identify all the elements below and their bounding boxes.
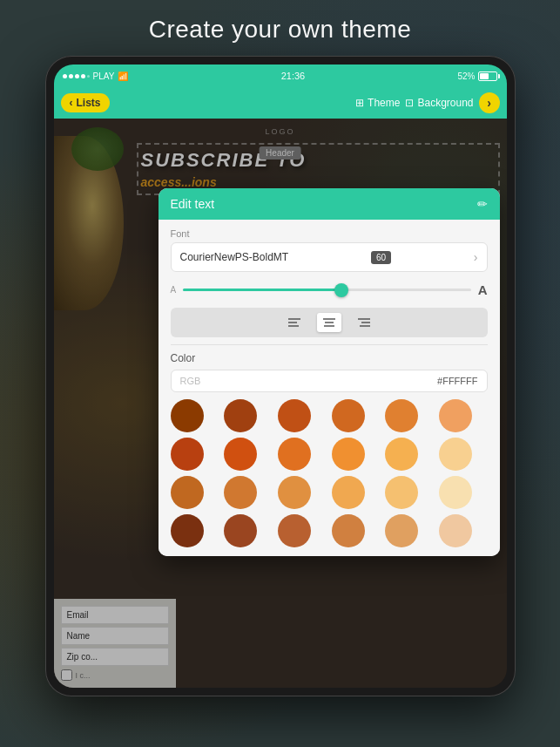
color-swatch-16[interactable]: [385, 476, 418, 509]
carrier-label: PLAY: [93, 71, 115, 81]
toolbar: ‹ Lists ⊞ Theme ⊡ Background ›: [54, 87, 507, 119]
color-swatch-18[interactable]: [171, 514, 204, 547]
color-swatch-3[interactable]: [332, 399, 365, 432]
color-swatch-22[interactable]: [385, 514, 418, 547]
alignment-buttons: [171, 308, 488, 337]
slider-min-label: A: [171, 285, 177, 295]
color-swatch-10[interactable]: [385, 438, 418, 471]
color-swatch-15[interactable]: [332, 476, 365, 509]
theme-button[interactable]: ⊞ Theme: [355, 97, 400, 109]
battery-icon: [478, 71, 497, 81]
color-section-label: Color: [171, 352, 488, 364]
color-swatch-17[interactable]: [439, 476, 472, 509]
color-swatch-7[interactable]: [224, 438, 257, 471]
color-swatch-23[interactable]: [439, 514, 472, 547]
clock: 21:36: [281, 71, 306, 81]
grid-icon: ⊞: [355, 97, 364, 109]
slider-max-label: A: [478, 282, 488, 297]
font-size-badge: 60: [371, 251, 391, 264]
content-area: LOGO SUBSCRIBE TO access...ions Header E…: [54, 119, 507, 688]
color-swatch-13[interactable]: [224, 476, 257, 509]
slider-fill: [183, 289, 341, 291]
background-button[interactable]: ⊡ Background: [405, 97, 473, 109]
font-size-slider-row: A A: [171, 279, 488, 301]
font-chevron-icon: ›: [474, 250, 478, 264]
signal-icon: [63, 74, 90, 78]
color-swatch-4[interactable]: [385, 399, 418, 432]
background-label: Background: [417, 97, 473, 109]
lists-back-button[interactable]: ‹ Lists: [61, 93, 110, 112]
color-swatch-1[interactable]: [224, 399, 257, 432]
slider-thumb[interactable]: [334, 283, 348, 297]
color-swatch-5[interactable]: [439, 399, 472, 432]
color-swatch-14[interactable]: [278, 476, 311, 509]
hex-value: #FFFFFF: [437, 376, 477, 386]
edit-panel: Edit text ✏ Font CourierNewPS-BoldMT 60 …: [159, 188, 500, 556]
color-swatch-8[interactable]: [278, 438, 311, 471]
color-swatch-0[interactable]: [171, 399, 204, 432]
ipad-frame: PLAY 📶 21:36 52% ‹ Lists ⊞ Theme: [45, 56, 516, 696]
align-right-button[interactable]: [352, 313, 376, 332]
font-size-slider[interactable]: [183, 289, 470, 291]
font-name-label: CourierNewPS-BoldMT: [180, 251, 289, 263]
color-swatch-20[interactable]: [278, 514, 311, 547]
color-swatch-6[interactable]: [171, 438, 204, 471]
image-icon: ⊡: [405, 97, 414, 109]
color-swatches-grid: [171, 399, 488, 547]
color-swatch-19[interactable]: [224, 514, 257, 547]
theme-label: Theme: [368, 97, 400, 109]
lists-button-label: Lists: [77, 97, 101, 109]
color-input-row[interactable]: RGB #FFFFFF: [171, 370, 488, 392]
rgb-label: RGB: [180, 376, 201, 386]
status-bar: PLAY 📶 21:36 52%: [54, 65, 507, 87]
color-swatch-11[interactable]: [439, 438, 472, 471]
edit-text-title: Edit text: [171, 197, 215, 211]
next-button[interactable]: ›: [479, 92, 500, 113]
edit-panel-header: Edit text ✏: [159, 188, 500, 220]
pencil-icon[interactable]: ✏: [477, 197, 488, 211]
status-left: PLAY 📶: [63, 71, 129, 81]
wifi-icon: 📶: [118, 71, 128, 81]
font-section-label: Font: [171, 228, 488, 239]
toolbar-right: ⊞ Theme ⊡ Background ›: [355, 92, 499, 113]
status-right: 52%: [457, 71, 497, 81]
color-swatch-12[interactable]: [171, 476, 204, 509]
align-left-button[interactable]: [282, 313, 307, 332]
panel-body: Font CourierNewPS-BoldMT 60 › A A: [159, 220, 500, 556]
ipad-screen: PLAY 📶 21:36 52% ‹ Lists ⊞ Theme: [54, 65, 507, 688]
align-center-button[interactable]: [317, 313, 341, 332]
color-swatch-21[interactable]: [332, 514, 365, 547]
chevron-left-icon: ‹: [70, 97, 73, 109]
page-title: Create your own theme: [149, 16, 412, 44]
divider: [171, 344, 488, 345]
color-swatch-2[interactable]: [278, 399, 311, 432]
battery-percent: 52%: [457, 71, 475, 81]
font-selector-row[interactable]: CourierNewPS-BoldMT 60 ›: [171, 242, 488, 272]
color-swatch-9[interactable]: [332, 438, 365, 471]
